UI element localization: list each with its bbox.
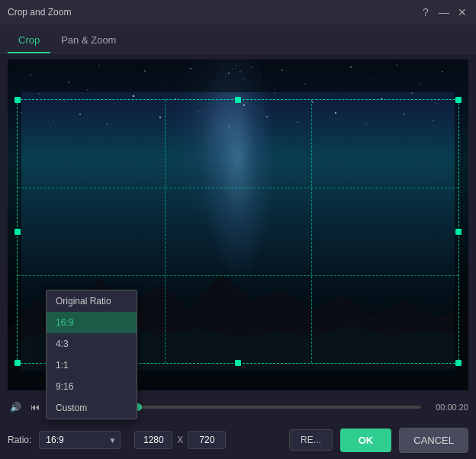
ratio-select-wrapper: Original Ratio 16:9 4:3 1:1 9:16 Custom …: [39, 431, 121, 449]
crop-handle-tr[interactable]: [455, 97, 462, 103]
dropdown-item-9-16[interactable]: 9:16: [47, 376, 137, 397]
svg-point-31: [411, 92, 412, 93]
crop-handle-mr[interactable]: [455, 229, 462, 235]
crop-handle-tl[interactable]: [14, 97, 21, 103]
ok-button[interactable]: OK: [340, 429, 392, 452]
dropdown-item-custom[interactable]: Custom: [47, 397, 137, 419]
grid-line-v2: [311, 100, 312, 363]
crop-handle-tm[interactable]: [235, 97, 241, 103]
help-button[interactable]: ?: [420, 6, 432, 18]
title-controls: ? — ✕: [420, 6, 468, 18]
close-button[interactable]: ✕: [456, 6, 468, 18]
skip-back-button[interactable]: ⏮: [27, 400, 43, 415]
tab-bar: Crop Pan & Zoom: [0, 24, 476, 53]
cancel-button[interactable]: CANCEL: [399, 428, 468, 453]
dimension-separator: X: [177, 435, 183, 445]
time-end: 00:00:20: [426, 403, 468, 412]
dropdown-item-1-1[interactable]: 1:1: [47, 355, 137, 376]
reset-button[interactable]: RE...: [289, 429, 333, 451]
ratio-select[interactable]: Original Ratio 16:9 4:3 1:1 9:16 Custom: [39, 431, 121, 449]
crop-handle-br[interactable]: [455, 360, 462, 366]
controls-row: Ratio: Original Ratio 16:9 4:3 1:1 9:16 …: [0, 421, 476, 459]
crop-handle-bm[interactable]: [235, 360, 241, 366]
progress-bar[interactable]: [134, 406, 421, 409]
tab-pan-zoom[interactable]: Pan & Zoom: [50, 28, 127, 53]
crop-handle-ml[interactable]: [14, 229, 21, 235]
crop-handle-bl[interactable]: [14, 360, 21, 366]
ratio-dropdown-menu: Original Ratio 16:9 4:3 1:1 9:16 Custom: [46, 290, 137, 419]
width-value: 1280: [134, 431, 172, 449]
svg-point-27: [274, 92, 275, 93]
grid-line-v1: [165, 100, 166, 363]
window-title: Crop and Zoom: [8, 7, 71, 18]
minimize-button[interactable]: —: [438, 6, 450, 18]
title-bar: Crop and Zoom ? — ✕: [0, 0, 476, 24]
bottom-area: Ratio: Original Ratio 16:9 4:3 1:1 9:16 …: [0, 421, 476, 459]
svg-point-19: [39, 93, 40, 94]
grid-line-h2: [18, 275, 458, 276]
tab-crop[interactable]: Crop: [8, 28, 50, 53]
height-value: 720: [188, 431, 226, 449]
dropdown-item-4-3[interactable]: 4:3: [47, 333, 137, 355]
grid-line-h1: [18, 188, 458, 188]
dropdown-item-original[interactable]: Original Ratio: [47, 290, 137, 312]
dimension-display: 1280 X 720: [134, 431, 226, 449]
ratio-label: Ratio:: [8, 435, 31, 445]
volume-button[interactable]: 🔊: [8, 400, 23, 415]
svg-point-23: [133, 95, 134, 97]
dropdown-item-16-9[interactable]: 16:9: [47, 312, 137, 333]
crop-zoom-window: Crop and Zoom ? — ✕ Crop Pan & Zoom: [0, 0, 476, 459]
crop-mask-top: [8, 59, 468, 92]
